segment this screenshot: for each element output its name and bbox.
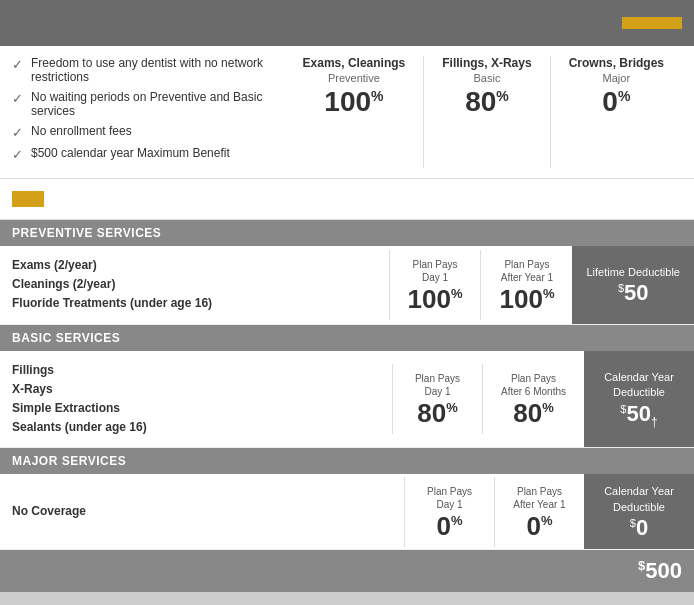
- sections-container: PREVENTIVE SERVICESExams (2/year)Cleanin…: [0, 220, 694, 550]
- coverage-sublabel: Basic: [442, 72, 531, 84]
- service-row: No Coverage Plan PaysDay 1 0% Plan PaysA…: [0, 474, 694, 550]
- close-details-button[interactable]: [622, 17, 682, 29]
- deductible-amount: $50†: [620, 403, 657, 428]
- show-plans-area: [0, 179, 694, 220]
- coverage-pct: 0%: [569, 88, 664, 116]
- feature-item: ✓No enrollment fees: [12, 124, 275, 140]
- plan-col-label: Plan PaysDay 1: [427, 485, 472, 511]
- plan-col-day1: Plan PaysDay 1 0%: [404, 477, 494, 547]
- top-info-section: ✓Freedom to use any dentist with no netw…: [0, 46, 694, 179]
- feature-text: $500 calendar year Maximum Benefit: [31, 146, 230, 160]
- plan-col-after: Plan PaysAfter 6 Months 80%: [482, 364, 584, 434]
- service-row: Exams (2/year)Cleanings (2/year)Fluoride…: [0, 246, 694, 325]
- max-benefit-row: $500: [0, 550, 694, 592]
- service-name: No Coverage: [12, 502, 392, 521]
- feature-item: ✓$500 calendar year Maximum Benefit: [12, 146, 275, 162]
- service-name: Fillings: [12, 361, 380, 380]
- coverage-pct: 100%: [303, 88, 406, 116]
- header: [0, 0, 694, 46]
- features-list: ✓Freedom to use any dentist with no netw…: [12, 56, 285, 168]
- coverage-col: Exams, Cleanings Preventive 100%: [285, 56, 424, 168]
- service-name: X-Rays: [12, 380, 380, 399]
- coverage-label: Fillings, X-Rays: [442, 56, 531, 72]
- service-cols: Plan PaysDay 1 0% Plan PaysAfter Year 1 …: [404, 474, 694, 549]
- deductible-label: Lifetime Deductible: [586, 265, 680, 280]
- deductible-amount: $0: [630, 517, 648, 539]
- section-header: BASIC SERVICES: [0, 325, 694, 351]
- deductible-label: Calendar YearDeductible: [604, 484, 674, 515]
- coverage-col: Crowns, Bridges Major 0%: [550, 56, 682, 168]
- plan-col-pct: 80%: [417, 400, 457, 426]
- plan-col-label: Plan PaysDay 1: [412, 258, 457, 284]
- service-row: FillingsX-RaysSimple ExtractionsSealants…: [0, 351, 694, 449]
- service-name: Sealants (under age 16): [12, 418, 380, 437]
- deductible-box: Calendar YearDeductible $50†: [584, 351, 694, 448]
- plan-col-after: Plan PaysAfter Year 1 0%: [494, 477, 584, 547]
- plan-col-label: Plan PaysAfter Year 1: [501, 258, 553, 284]
- feature-text: No enrollment fees: [31, 124, 132, 138]
- coverage-sublabel: Preventive: [303, 72, 406, 84]
- feature-item: ✓No waiting periods on Preventive and Ba…: [12, 90, 275, 118]
- check-icon: ✓: [12, 91, 23, 106]
- service-names: Exams (2/year)Cleanings (2/year)Fluoride…: [0, 246, 389, 324]
- feature-item: ✓Freedom to use any dentist with no netw…: [12, 56, 275, 84]
- plan-col-after: Plan PaysAfter Year 1 100%: [480, 250, 572, 320]
- service-names: FillingsX-RaysSimple ExtractionsSealants…: [0, 351, 392, 448]
- plan-col-pct: 100%: [408, 286, 463, 312]
- deductible-label: Calendar YearDeductible: [604, 370, 674, 401]
- plan-col-pct: 100%: [499, 286, 554, 312]
- deductible-box: Lifetime Deductible $50: [572, 246, 694, 324]
- section-header: MAJOR SERVICES: [0, 448, 694, 474]
- plan-col-pct: 80%: [513, 400, 553, 426]
- show-plans-button[interactable]: [12, 191, 44, 207]
- feature-text: No waiting periods on Preventive and Bas…: [31, 90, 275, 118]
- coverage-sublabel: Major: [569, 72, 664, 84]
- plan-col-pct: 0%: [526, 513, 552, 539]
- feature-text: Freedom to use any dentist with no netwo…: [31, 56, 275, 84]
- service-cols: Plan PaysDay 1 80% Plan PaysAfter 6 Mont…: [392, 351, 694, 448]
- deductible-amount: $50: [618, 282, 649, 304]
- coverage-columns: Exams, Cleanings Preventive 100% Filling…: [285, 56, 682, 168]
- coverage-pct: 80%: [442, 88, 531, 116]
- check-icon: ✓: [12, 57, 23, 72]
- service-name: Fluoride Treatments (under age 16): [12, 294, 377, 313]
- coverage-label: Crowns, Bridges: [569, 56, 664, 72]
- plan-col-day1: Plan PaysDay 1 100%: [389, 250, 481, 320]
- service-name: Simple Extractions: [12, 399, 380, 418]
- plan-col-label: Plan PaysAfter 6 Months: [501, 372, 566, 398]
- section-header: PREVENTIVE SERVICES: [0, 220, 694, 246]
- check-icon: ✓: [12, 147, 23, 162]
- plan-col-label: Plan PaysAfter Year 1: [513, 485, 565, 511]
- max-benefit-amount: $500: [638, 558, 682, 584]
- deductible-box: Calendar YearDeductible $0: [584, 474, 694, 549]
- plan-col-day1: Plan PaysDay 1 80%: [392, 364, 482, 434]
- service-cols: Plan PaysDay 1 100% Plan PaysAfter Year …: [389, 246, 694, 324]
- service-name: Exams (2/year): [12, 256, 377, 275]
- main-container: ✓Freedom to use any dentist with no netw…: [0, 0, 694, 592]
- check-icon: ✓: [12, 125, 23, 140]
- plan-col-pct: 0%: [436, 513, 462, 539]
- plan-col-label: Plan PaysDay 1: [415, 372, 460, 398]
- service-name: Cleanings (2/year): [12, 275, 377, 294]
- service-names: No Coverage: [0, 474, 404, 549]
- coverage-col: Fillings, X-Rays Basic 80%: [423, 56, 549, 168]
- coverage-label: Exams, Cleanings: [303, 56, 406, 72]
